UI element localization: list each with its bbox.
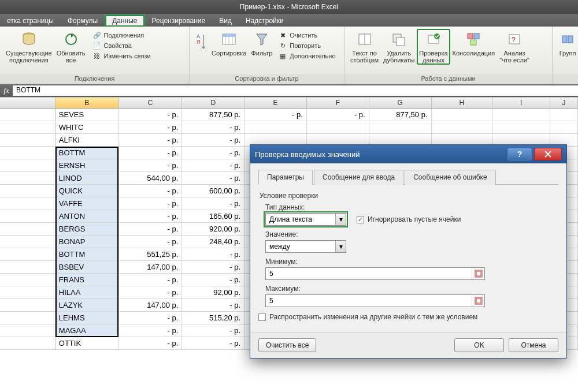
cell[interactable]: - р.: [119, 147, 183, 159]
cell[interactable]: VAFFE: [55, 197, 119, 210]
apply-changes-checkbox[interactable]: Распространить изменения на другие ячейк…: [258, 313, 477, 321]
cell[interactable]: OTTIK: [55, 337, 119, 350]
tab-input-message[interactable]: Сообщение для ввода: [314, 170, 403, 185]
cell[interactable]: HILAA: [55, 286, 119, 299]
cell[interactable]: - р.: [119, 159, 183, 172]
cell[interactable]: LAZYK: [55, 299, 119, 312]
sort-az-button[interactable]: АЯ: [193, 29, 209, 54]
text-to-columns-button[interactable]: Текст по столбцам: [348, 29, 381, 65]
cell[interactable]: [550, 121, 578, 134]
cell[interactable]: - р.: [182, 274, 244, 286]
ok-button[interactable]: OK: [454, 338, 504, 352]
column-header-G[interactable]: G: [369, 98, 432, 108]
dialog-close-button[interactable]: [534, 148, 562, 160]
column-header-J[interactable]: J: [550, 98, 578, 108]
dialog-help-button[interactable]: ?: [507, 148, 532, 160]
cell[interactable]: - р.: [182, 324, 244, 337]
cell[interactable]: 147,00 р.: [119, 261, 183, 274]
cell[interactable]: LEHMS: [55, 312, 119, 324]
cell[interactable]: - р.: [182, 147, 244, 159]
cell[interactable]: - р.: [119, 210, 183, 223]
cell[interactable]: - р.: [307, 109, 369, 121]
cell[interactable]: [492, 109, 550, 121]
column-header-E[interactable]: E: [244, 98, 307, 108]
cell[interactable]: - р.: [119, 286, 183, 299]
tab-page-layout[interactable]: етка страницы: [0, 15, 61, 27]
cell[interactable]: 920,00 р.: [182, 223, 244, 236]
cell[interactable]: - р.: [119, 274, 183, 286]
group-button[interactable]: Групп: [556, 29, 578, 58]
cell[interactable]: MAGAA: [55, 324, 119, 337]
cell[interactable]: BSBEV: [55, 261, 119, 274]
cell[interactable]: - р.: [119, 121, 183, 134]
tab-parameters[interactable]: Параметры: [258, 170, 313, 185]
cell[interactable]: 165,60 р.: [182, 210, 244, 223]
cell[interactable]: [432, 109, 493, 121]
cell[interactable]: - р.: [119, 185, 183, 197]
cell[interactable]: - р.: [119, 312, 183, 324]
cell[interactable]: [369, 121, 432, 134]
tab-view[interactable]: Вид: [212, 15, 239, 27]
cell[interactable]: - р.: [182, 172, 244, 185]
column-header-I[interactable]: I: [492, 98, 550, 108]
consolidate-button[interactable]: Консолидация: [450, 29, 498, 58]
cell[interactable]: - р.: [182, 159, 244, 172]
cell[interactable]: BONAP: [55, 236, 119, 248]
what-if-button[interactable]: ? Анализ "что если": [497, 29, 532, 65]
reapply-filter-mini[interactable]: ↻Повторить: [277, 40, 336, 51]
cell[interactable]: BERGS: [55, 223, 119, 236]
ignore-blank-checkbox[interactable]: Игнорировать пустые ячейки: [357, 215, 461, 223]
tab-error-message[interactable]: Сообщение об ошибке: [405, 170, 495, 185]
remove-duplicates-button[interactable]: Удалить дубликаты: [381, 29, 417, 65]
cell[interactable]: - р.: [119, 197, 183, 210]
connections-mini-button[interactable]: 🔗Подключения: [91, 30, 152, 40]
cell[interactable]: - р.: [119, 223, 183, 236]
tab-addins[interactable]: Надстройки: [239, 15, 291, 27]
column-header-D[interactable]: D: [182, 98, 244, 108]
clear-all-button[interactable]: Очистить все: [258, 338, 316, 352]
clear-filter-mini[interactable]: ✖Очистить: [277, 30, 336, 40]
cell[interactable]: ERNSH: [55, 159, 119, 172]
data-validation-button[interactable]: Проверка данных: [417, 29, 450, 65]
advanced-filter-mini[interactable]: ▦Дополнительно: [277, 51, 336, 61]
column-header-H[interactable]: H: [432, 98, 493, 108]
cancel-button[interactable]: Отмена: [509, 338, 558, 352]
cell[interactable]: 544,00 р.: [119, 172, 183, 185]
cell[interactable]: [550, 109, 578, 121]
cell[interactable]: 877,50 р.: [182, 109, 244, 121]
cell[interactable]: - р.: [182, 337, 244, 350]
min-input-field[interactable]: [266, 270, 472, 278]
sort-button[interactable]: Сортировка: [209, 29, 249, 58]
rowhead-corner[interactable]: [0, 98, 55, 108]
cell[interactable]: ALFKI: [55, 134, 119, 147]
cell[interactable]: [307, 121, 369, 134]
properties-mini-button[interactable]: 📄Свойства: [91, 40, 152, 51]
column-header-C[interactable]: C: [119, 98, 183, 108]
max-input-field[interactable]: [266, 297, 472, 305]
edit-links-mini-button[interactable]: ⛓Изменить связи: [91, 51, 152, 61]
cell[interactable]: ANTON: [55, 210, 119, 223]
fx-icon[interactable]: fx: [0, 86, 13, 95]
cell[interactable]: - р.: [119, 134, 183, 147]
range-select-icon[interactable]: [472, 268, 484, 279]
cell[interactable]: 515,20 р.: [182, 312, 244, 324]
cell[interactable]: [432, 121, 493, 134]
cell[interactable]: 877,50 р.: [369, 109, 432, 121]
tab-review[interactable]: Рецензирование: [145, 15, 213, 27]
column-header-F[interactable]: F: [307, 98, 369, 108]
max-input[interactable]: [265, 294, 485, 307]
cell[interactable]: - р.: [182, 299, 244, 312]
cell[interactable]: 92,00 р.: [182, 286, 244, 299]
dialog-titlebar[interactable]: Проверка вводимых значений ?: [250, 145, 566, 163]
column-header-B[interactable]: B: [55, 98, 119, 108]
cell[interactable]: - р.: [119, 109, 183, 121]
cell[interactable]: - р.: [182, 248, 244, 261]
value-combo[interactable]: между ▾: [265, 240, 346, 253]
cell[interactable]: [244, 121, 307, 134]
cell[interactable]: SEVES: [55, 109, 119, 121]
type-combo[interactable]: Длина текста ▾: [265, 213, 346, 226]
cell[interactable]: 551,25 р.: [119, 248, 183, 261]
cell[interactable]: QUICK: [55, 185, 119, 197]
cell[interactable]: - р.: [119, 337, 183, 350]
cell[interactable]: 147,00 р.: [119, 299, 183, 312]
